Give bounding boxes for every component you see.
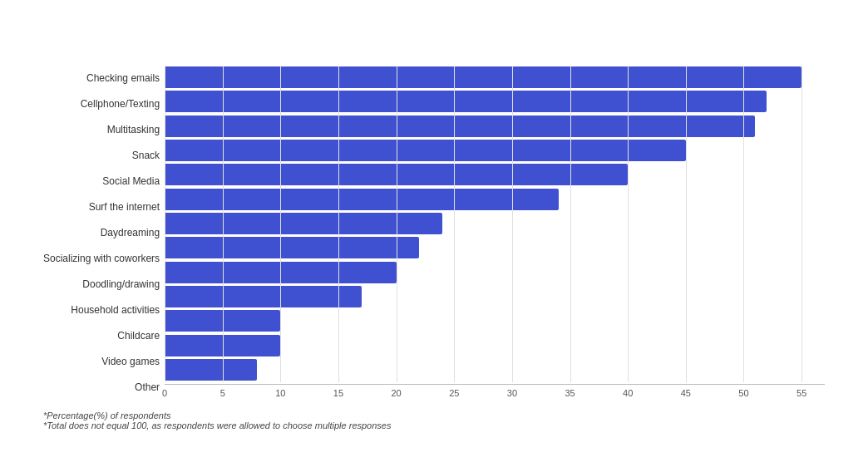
bar-row [165, 284, 825, 308]
y-label: Checking emails [86, 66, 160, 91]
y-label: Daydreaming [101, 220, 160, 246]
y-label: Other [135, 375, 160, 401]
bar-row [165, 187, 825, 211]
x-tick: 30 [507, 388, 517, 398]
bar-row [165, 260, 825, 284]
bar [165, 66, 801, 88]
bar [165, 140, 686, 161]
bar-row [165, 211, 825, 235]
x-tick: 55 [796, 388, 806, 398]
bar-row [165, 138, 825, 162]
bar-row [165, 90, 825, 114]
bar-row [165, 357, 825, 381]
bar-row [165, 66, 825, 90]
x-tick: 5 [220, 388, 225, 398]
chart-area: Checking emailsCellphone/TextingMultitas… [43, 66, 825, 401]
y-label: Video games [101, 349, 160, 375]
footnote: *Percentage(%) of respondents [43, 411, 825, 420]
x-tick: 45 [681, 388, 691, 398]
bar [165, 164, 628, 185]
y-label: Surf the internet [89, 194, 160, 220]
bar [165, 359, 257, 381]
bar-row [165, 163, 825, 187]
x-tick: 10 [275, 388, 285, 398]
bar [165, 286, 362, 307]
bar [165, 91, 767, 112]
x-tick: 15 [333, 388, 343, 398]
footnote: *Total does not equal 100, as respondent… [43, 420, 825, 430]
x-tick: 40 [623, 388, 633, 398]
bar [165, 335, 280, 356]
x-tick: 50 [738, 388, 748, 398]
x-tick: 35 [565, 388, 575, 398]
y-label: Snack [132, 143, 160, 169]
bar-row [165, 114, 825, 138]
y-label: Doodling/drawing [82, 272, 160, 297]
bar-row [165, 309, 825, 333]
bar [165, 237, 419, 258]
y-label: Social Media [102, 169, 160, 194]
y-label: Cellphone/Texting [81, 91, 160, 117]
bar [165, 213, 442, 234]
bars-section [165, 66, 825, 382]
y-label: Multitasking [107, 117, 160, 143]
y-axis-labels: Checking emailsCellphone/TextingMultitas… [43, 66, 160, 401]
chart-container: Checking emailsCellphone/TextingMultitas… [18, 34, 850, 439]
y-label: Socializing with coworkers [43, 246, 160, 272]
bar-row [165, 333, 825, 357]
y-label: Childcare [117, 323, 160, 349]
bar [165, 310, 280, 332]
footnotes: *Percentage(%) of respondents*Total does… [43, 411, 825, 430]
x-tick: 20 [392, 388, 402, 398]
bar-row [165, 236, 825, 260]
y-label: Household activities [71, 297, 160, 323]
x-axis: 0510152025303540455055 [165, 384, 825, 401]
bar [165, 116, 755, 137]
bar [165, 262, 397, 283]
bars-and-xaxis: 0510152025303540455055 [165, 66, 825, 401]
bar [165, 189, 559, 210]
x-tick: 0 [162, 388, 167, 398]
x-tick: 25 [449, 388, 459, 398]
